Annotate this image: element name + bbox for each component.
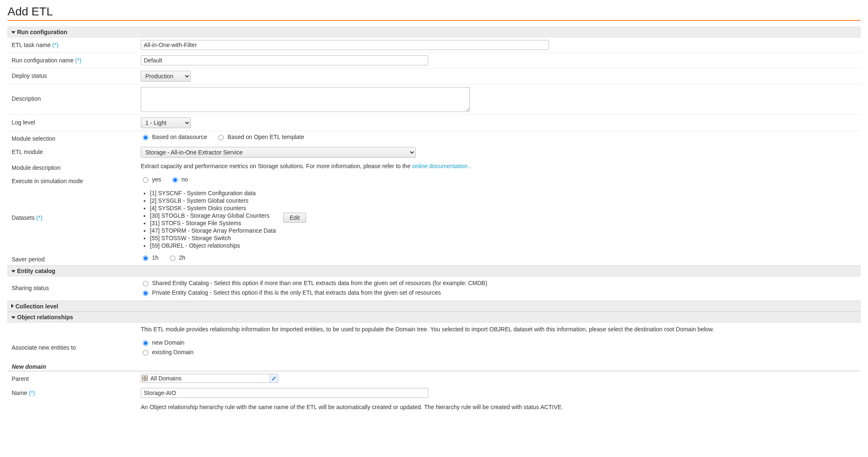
list-item: [59] OBJREL - Object relationships — [150, 242, 276, 249]
radio-input[interactable] — [143, 340, 148, 346]
header-rule — [7, 20, 861, 21]
hierarchy-note: An Object relationship hierarchy rule wi… — [141, 404, 563, 410]
run-config-name-input[interactable] — [141, 55, 428, 65]
required-marker: (*) — [75, 57, 82, 64]
radio-saver-2h[interactable]: 2h — [168, 254, 186, 261]
description-textarea[interactable] — [141, 87, 470, 112]
label-module-selection: Module selection — [12, 135, 55, 142]
label-name: Name — [12, 390, 27, 396]
radio-label: Based on Open ETL template — [227, 134, 304, 140]
list-item: [47] STOPRM - Storage Array Performance … — [150, 227, 276, 234]
label-log-level: Log level — [12, 119, 35, 126]
label-execute-sim: Execute in simulation mode — [12, 178, 83, 184]
module-description-post: . — [469, 163, 471, 169]
required-marker: (*) — [52, 42, 59, 48]
required-marker: (*) — [36, 214, 42, 221]
label-deploy-status: Deploy status — [12, 72, 47, 79]
list-item: [1] SYSCNF - System Configuration data — [150, 189, 276, 197]
section-title: Run configuration — [17, 29, 67, 35]
section-title: Object relationships — [17, 314, 73, 320]
section-entity-catalog[interactable]: Entity catalog — [7, 266, 861, 276]
label-datasets: Datasets — [12, 214, 35, 221]
list-item: [2] SYSGLB - System Global counters — [150, 197, 276, 204]
radio-input[interactable] — [143, 291, 148, 296]
grid-icon — [141, 375, 149, 382]
section-new-domain: New domain — [7, 363, 861, 371]
label-module-description: Module description — [12, 164, 61, 171]
module-description-text: Extract capacity and performance metrics… — [141, 163, 410, 169]
radio-input[interactable] — [143, 177, 148, 183]
radio-saver-1h[interactable]: 1h — [141, 254, 159, 261]
radio-input[interactable] — [143, 281, 148, 286]
radio-input[interactable] — [143, 350, 148, 355]
list-item: [31] STOFS - Storage File Systems — [150, 219, 276, 227]
svg-rect-3 — [145, 379, 147, 381]
deploy-status-select[interactable]: Production — [141, 71, 191, 82]
svg-rect-0 — [142, 376, 145, 378]
chevron-down-icon — [11, 315, 15, 320]
radio-label: Shared Entity Catalog - Select this opti… — [152, 280, 487, 286]
radio-input[interactable] — [170, 256, 175, 261]
label-run-config-name: Run configuration name — [12, 57, 74, 64]
label-etl-task-name: ETL task name — [12, 42, 51, 48]
radio-sim-yes[interactable]: yes — [141, 176, 161, 183]
section-title: Collection level — [15, 303, 58, 310]
radio-label: 1h — [152, 254, 159, 261]
log-level-select[interactable]: 1 - Light — [141, 117, 191, 128]
svg-rect-1 — [145, 376, 147, 378]
chevron-right-icon — [11, 304, 14, 309]
label-description: Description — [12, 95, 41, 102]
radio-label: 2h — [179, 254, 186, 261]
radio-label: Based on datasource — [152, 134, 207, 140]
svg-rect-2 — [142, 379, 145, 381]
name-input[interactable] — [141, 388, 428, 398]
radio-input[interactable] — [143, 256, 148, 261]
radio-sharing-shared[interactable]: Shared Entity Catalog - Select this opti… — [141, 280, 487, 286]
chevron-down-icon — [11, 268, 15, 273]
section-collection-level[interactable]: Collection level — [7, 301, 861, 312]
radio-input[interactable] — [172, 177, 178, 183]
list-item: [30] STOGLB - Storage Array Global Count… — [150, 212, 276, 219]
list-item: [55] STOSSW - Storage Switch — [150, 234, 276, 242]
parent-value: All Domains — [149, 374, 269, 382]
label-etl-module: ETL module — [12, 149, 43, 155]
online-documentation-link[interactable]: online documentation — [412, 163, 467, 169]
label-sharing-status: Sharing status — [12, 285, 49, 291]
radio-input[interactable] — [143, 135, 148, 140]
section-title: Entity catalog — [17, 268, 55, 274]
radio-sim-no[interactable]: no — [170, 176, 188, 183]
radio-sharing-private[interactable]: Private Entity Catalog - Select this opt… — [141, 289, 441, 296]
radio-label: yes — [152, 176, 161, 183]
page-title: Add ETL — [7, 5, 861, 18]
radio-associate-new[interactable]: new Domain — [141, 339, 185, 346]
label-parent: Parent — [12, 375, 29, 382]
list-item: [4] SYSDSK - System Disks counters — [150, 204, 276, 212]
datasets-list: [1] SYSCNF - System Configuration data [… — [150, 189, 276, 249]
required-marker: (*) — [29, 390, 35, 396]
radio-label: Private Entity Catalog - Select this opt… — [152, 289, 441, 296]
label-saver-period: Saver period — [12, 256, 45, 263]
edit-button[interactable]: Edit — [283, 213, 306, 223]
radio-module-template[interactable]: Based on Open ETL template — [216, 134, 304, 140]
object-rel-description: This ETL module provides relationship in… — [141, 326, 714, 333]
radio-input[interactable] — [218, 135, 224, 140]
etl-task-name-input[interactable] — [141, 40, 549, 50]
radio-label: existing Domain — [152, 349, 194, 355]
section-object-relationships[interactable]: Object relationships — [7, 312, 861, 323]
radio-label: no — [182, 176, 188, 183]
parent-picker[interactable]: All Domains — [141, 374, 278, 383]
chevron-down-icon — [11, 30, 15, 35]
section-run-configuration[interactable]: Run configuration — [7, 27, 861, 37]
radio-module-datasource[interactable]: Based on datasource — [141, 134, 207, 140]
label-associate-new: Associate new entities to — [12, 344, 76, 351]
pencil-icon[interactable] — [269, 374, 278, 382]
radio-associate-existing[interactable]: existing Domain — [141, 349, 194, 355]
etl-module-select[interactable]: Storage - All-in-One Extractor Service — [141, 147, 416, 158]
radio-label: new Domain — [152, 339, 185, 346]
